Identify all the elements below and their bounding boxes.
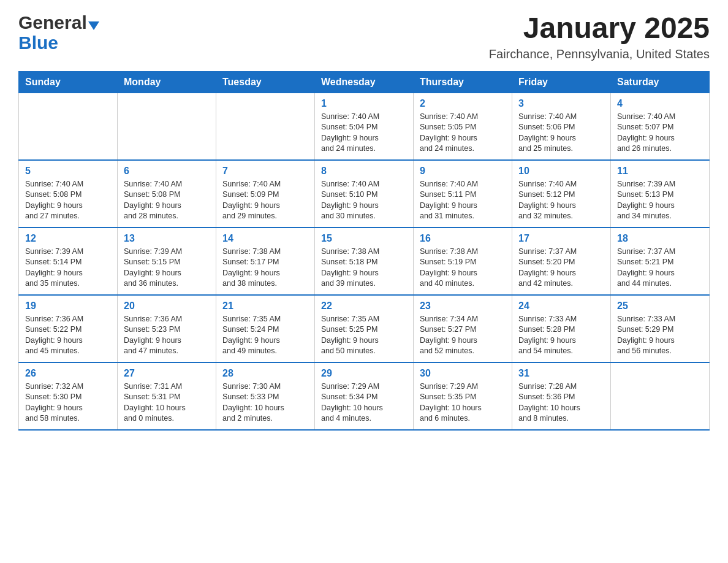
calendar-cell bbox=[19, 93, 118, 160]
day-info: Sunrise: 7:39 AM Sunset: 5:14 PM Dayligh… bbox=[25, 247, 111, 289]
day-number: 12 bbox=[25, 233, 111, 244]
day-number: 4 bbox=[617, 98, 703, 109]
day-info: Sunrise: 7:37 AM Sunset: 5:20 PM Dayligh… bbox=[518, 247, 604, 289]
calendar-cell: 10Sunrise: 7:40 AM Sunset: 5:12 PM Dayli… bbox=[512, 160, 611, 228]
day-info: Sunrise: 7:31 AM Sunset: 5:31 PM Dayligh… bbox=[124, 381, 210, 424]
calendar-cell: 27Sunrise: 7:31 AM Sunset: 5:31 PM Dayli… bbox=[118, 362, 216, 430]
weekday-header-tuesday: Tuesday bbox=[216, 71, 315, 93]
day-number: 27 bbox=[124, 368, 210, 379]
calendar-cell: 29Sunrise: 7:29 AM Sunset: 5:34 PM Dayli… bbox=[315, 362, 414, 430]
calendar-cell: 1Sunrise: 7:40 AM Sunset: 5:04 PM Daylig… bbox=[315, 93, 414, 160]
day-info: Sunrise: 7:33 AM Sunset: 5:29 PM Dayligh… bbox=[617, 314, 703, 357]
day-number: 9 bbox=[420, 166, 506, 177]
day-info: Sunrise: 7:29 AM Sunset: 5:34 PM Dayligh… bbox=[321, 381, 407, 424]
day-number: 8 bbox=[321, 166, 407, 177]
header: General Blue January 2025 Fairchance, Pe… bbox=[18, 12, 710, 61]
day-number: 10 bbox=[518, 166, 604, 177]
calendar-table: SundayMondayTuesdayWednesdayThursdayFrid… bbox=[18, 71, 710, 431]
day-number: 13 bbox=[124, 233, 210, 244]
location-title: Fairchance, Pennsylvania, United States bbox=[489, 47, 710, 61]
day-info: Sunrise: 7:38 AM Sunset: 5:18 PM Dayligh… bbox=[321, 247, 407, 289]
weekday-header-thursday: Thursday bbox=[414, 71, 512, 93]
calendar-cell: 24Sunrise: 7:33 AM Sunset: 5:28 PM Dayli… bbox=[512, 295, 611, 362]
calendar-cell: 3Sunrise: 7:40 AM Sunset: 5:06 PM Daylig… bbox=[512, 93, 611, 160]
day-info: Sunrise: 7:33 AM Sunset: 5:28 PM Dayligh… bbox=[518, 314, 604, 357]
day-info: Sunrise: 7:34 AM Sunset: 5:27 PM Dayligh… bbox=[420, 314, 506, 357]
calendar-week-row: 26Sunrise: 7:32 AM Sunset: 5:30 PM Dayli… bbox=[19, 362, 710, 430]
day-info: Sunrise: 7:29 AM Sunset: 5:35 PM Dayligh… bbox=[420, 381, 506, 424]
calendar-cell: 11Sunrise: 7:39 AM Sunset: 5:13 PM Dayli… bbox=[611, 160, 710, 228]
calendar-cell: 14Sunrise: 7:38 AM Sunset: 5:17 PM Dayli… bbox=[216, 228, 315, 295]
calendar-week-row: 5Sunrise: 7:40 AM Sunset: 5:08 PM Daylig… bbox=[19, 160, 710, 228]
day-number: 21 bbox=[222, 301, 308, 312]
day-info: Sunrise: 7:40 AM Sunset: 5:04 PM Dayligh… bbox=[321, 112, 407, 155]
calendar-cell: 20Sunrise: 7:36 AM Sunset: 5:23 PM Dayli… bbox=[118, 295, 216, 362]
weekday-header-sunday: Sunday bbox=[19, 71, 118, 93]
day-number: 6 bbox=[124, 166, 210, 177]
day-number: 11 bbox=[617, 166, 703, 177]
logo-triangle-icon bbox=[88, 21, 99, 30]
weekday-header-monday: Monday bbox=[118, 71, 216, 93]
day-info: Sunrise: 7:40 AM Sunset: 5:07 PM Dayligh… bbox=[617, 112, 703, 155]
calendar-cell: 9Sunrise: 7:40 AM Sunset: 5:11 PM Daylig… bbox=[414, 160, 512, 228]
day-number: 15 bbox=[321, 233, 407, 244]
calendar-cell: 23Sunrise: 7:34 AM Sunset: 5:27 PM Dayli… bbox=[414, 295, 512, 362]
calendar-cell bbox=[118, 93, 216, 160]
calendar-cell: 17Sunrise: 7:37 AM Sunset: 5:20 PM Dayli… bbox=[512, 228, 611, 295]
calendar-cell: 8Sunrise: 7:40 AM Sunset: 5:10 PM Daylig… bbox=[315, 160, 414, 228]
calendar-cell: 12Sunrise: 7:39 AM Sunset: 5:14 PM Dayli… bbox=[19, 228, 118, 295]
calendar-cell: 6Sunrise: 7:40 AM Sunset: 5:08 PM Daylig… bbox=[118, 160, 216, 228]
calendar-cell: 30Sunrise: 7:29 AM Sunset: 5:35 PM Dayli… bbox=[414, 362, 512, 430]
day-number: 5 bbox=[25, 166, 111, 177]
day-number: 3 bbox=[518, 98, 604, 109]
day-info: Sunrise: 7:39 AM Sunset: 5:15 PM Dayligh… bbox=[124, 247, 210, 289]
calendar-week-row: 1Sunrise: 7:40 AM Sunset: 5:04 PM Daylig… bbox=[19, 93, 710, 160]
day-info: Sunrise: 7:32 AM Sunset: 5:30 PM Dayligh… bbox=[25, 381, 111, 424]
title-area: January 2025 Fairchance, Pennsylvania, U… bbox=[489, 12, 710, 61]
day-number: 31 bbox=[518, 368, 604, 379]
calendar-week-row: 19Sunrise: 7:36 AM Sunset: 5:22 PM Dayli… bbox=[19, 295, 710, 362]
calendar-cell: 4Sunrise: 7:40 AM Sunset: 5:07 PM Daylig… bbox=[611, 93, 710, 160]
calendar-cell: 16Sunrise: 7:38 AM Sunset: 5:19 PM Dayli… bbox=[414, 228, 512, 295]
day-number: 14 bbox=[222, 233, 308, 244]
day-info: Sunrise: 7:40 AM Sunset: 5:11 PM Dayligh… bbox=[420, 179, 506, 222]
calendar-week-row: 12Sunrise: 7:39 AM Sunset: 5:14 PM Dayli… bbox=[19, 228, 710, 295]
calendar-cell: 22Sunrise: 7:35 AM Sunset: 5:25 PM Dayli… bbox=[315, 295, 414, 362]
day-number: 19 bbox=[25, 301, 111, 312]
day-info: Sunrise: 7:35 AM Sunset: 5:24 PM Dayligh… bbox=[222, 314, 308, 357]
weekday-header-row: SundayMondayTuesdayWednesdayThursdayFrid… bbox=[19, 71, 710, 93]
calendar-cell: 21Sunrise: 7:35 AM Sunset: 5:24 PM Dayli… bbox=[216, 295, 315, 362]
calendar-cell: 31Sunrise: 7:28 AM Sunset: 5:36 PM Dayli… bbox=[512, 362, 611, 430]
day-info: Sunrise: 7:36 AM Sunset: 5:22 PM Dayligh… bbox=[25, 314, 111, 357]
day-number: 20 bbox=[124, 301, 210, 312]
calendar-cell: 7Sunrise: 7:40 AM Sunset: 5:09 PM Daylig… bbox=[216, 160, 315, 228]
month-title: January 2025 bbox=[489, 12, 710, 45]
calendar-cell: 26Sunrise: 7:32 AM Sunset: 5:30 PM Dayli… bbox=[19, 362, 118, 430]
day-info: Sunrise: 7:40 AM Sunset: 5:08 PM Dayligh… bbox=[124, 179, 210, 222]
day-info: Sunrise: 7:40 AM Sunset: 5:05 PM Dayligh… bbox=[420, 112, 506, 155]
day-number: 26 bbox=[25, 368, 111, 379]
weekday-header-wednesday: Wednesday bbox=[315, 71, 414, 93]
day-number: 1 bbox=[321, 98, 407, 109]
day-info: Sunrise: 7:30 AM Sunset: 5:33 PM Dayligh… bbox=[222, 381, 308, 424]
day-number: 24 bbox=[518, 301, 604, 312]
day-info: Sunrise: 7:40 AM Sunset: 5:10 PM Dayligh… bbox=[321, 179, 407, 222]
day-info: Sunrise: 7:37 AM Sunset: 5:21 PM Dayligh… bbox=[617, 247, 703, 289]
day-info: Sunrise: 7:40 AM Sunset: 5:12 PM Dayligh… bbox=[518, 179, 604, 222]
day-info: Sunrise: 7:39 AM Sunset: 5:13 PM Dayligh… bbox=[617, 179, 703, 222]
day-number: 18 bbox=[617, 233, 703, 244]
calendar-cell: 25Sunrise: 7:33 AM Sunset: 5:29 PM Dayli… bbox=[611, 295, 710, 362]
day-number: 25 bbox=[617, 301, 703, 312]
day-info: Sunrise: 7:36 AM Sunset: 5:23 PM Dayligh… bbox=[124, 314, 210, 357]
day-info: Sunrise: 7:40 AM Sunset: 5:08 PM Dayligh… bbox=[25, 179, 111, 222]
day-number: 28 bbox=[222, 368, 308, 379]
calendar-cell: 5Sunrise: 7:40 AM Sunset: 5:08 PM Daylig… bbox=[19, 160, 118, 228]
calendar-cell: 13Sunrise: 7:39 AM Sunset: 5:15 PM Dayli… bbox=[118, 228, 216, 295]
day-info: Sunrise: 7:28 AM Sunset: 5:36 PM Dayligh… bbox=[518, 381, 604, 424]
logo-blue-text: Blue bbox=[18, 33, 58, 53]
calendar-cell bbox=[216, 93, 315, 160]
day-info: Sunrise: 7:35 AM Sunset: 5:25 PM Dayligh… bbox=[321, 314, 407, 357]
day-info: Sunrise: 7:40 AM Sunset: 5:09 PM Dayligh… bbox=[222, 179, 308, 222]
logo: General Blue bbox=[18, 12, 99, 53]
day-number: 29 bbox=[321, 368, 407, 379]
